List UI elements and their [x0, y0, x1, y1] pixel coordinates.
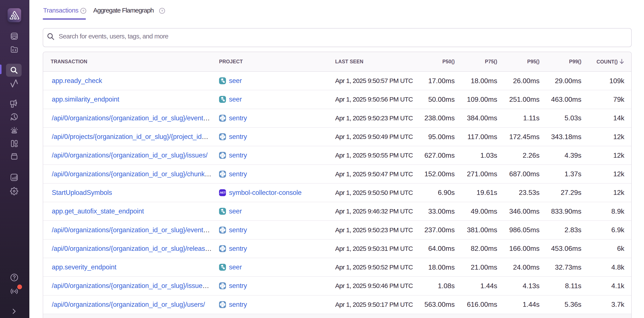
svg-text:?: ? — [161, 9, 163, 13]
svg-text:?: ? — [82, 9, 84, 13]
